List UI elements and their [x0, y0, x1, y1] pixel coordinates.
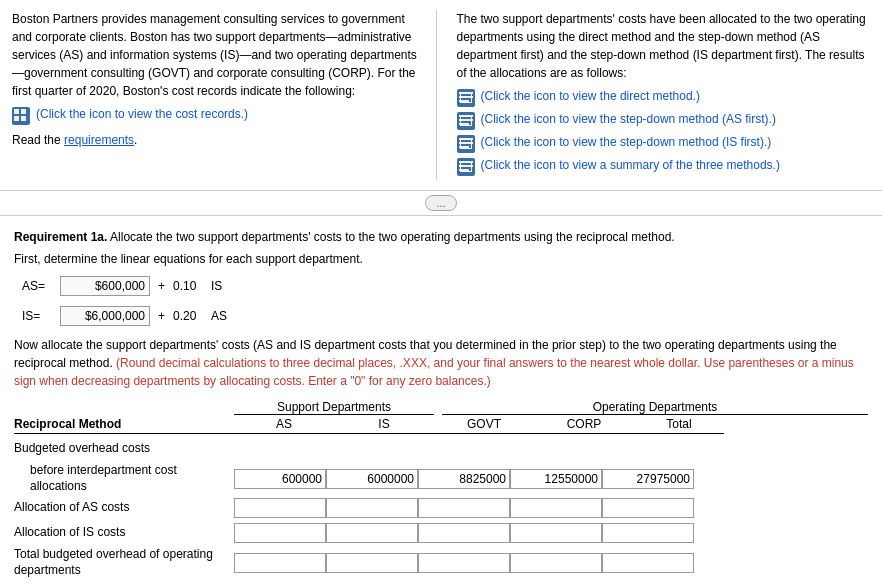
row-1-corp-input[interactable] — [510, 469, 602, 489]
svg-rect-13 — [459, 161, 473, 163]
direct-method-link[interactable]: (Click the icon to view the direct metho… — [457, 88, 871, 107]
step-down-is-icon — [457, 135, 475, 153]
is-equation-row: IS= + 0.20 AS — [22, 306, 868, 326]
svg-rect-14 — [459, 165, 473, 167]
svg-rect-2 — [14, 116, 19, 121]
svg-rect-0 — [14, 109, 19, 114]
svg-rect-7 — [459, 115, 473, 117]
cost-records-label: (Click the icon to view the cost records… — [36, 106, 248, 123]
direct-method-icon — [457, 89, 475, 107]
col-row-label: Reciprocal Method — [14, 417, 234, 434]
row-2-corp-input[interactable] — [510, 498, 602, 518]
row-0-label: Budgeted overhead costs — [14, 441, 234, 457]
row-3-is-input[interactable] — [326, 523, 418, 543]
is-coeff: 0.20 — [173, 309, 203, 323]
column-headers: Reciprocal Method AS IS GOVT CORP Total — [14, 417, 868, 434]
as-coeff: 0.10 — [173, 279, 203, 293]
requirements-link[interactable]: requirements — [64, 133, 134, 147]
row-4-govt-input[interactable] — [418, 553, 510, 573]
svg-rect-4 — [459, 92, 473, 94]
row-4-label: Total budgeted overhead of operating dep… — [14, 547, 234, 578]
svg-rect-15 — [459, 169, 469, 171]
main-content: Requirement 1a. Allocate the two support… — [0, 216, 882, 584]
row-3-as-input[interactable] — [234, 523, 326, 543]
svg-rect-5 — [459, 96, 473, 98]
row-3-corp-input[interactable] — [510, 523, 602, 543]
row-2-label: Allocation of AS costs — [14, 500, 234, 516]
table-wrapper: Support Departments Operating Department… — [14, 400, 868, 578]
table-row-1: before interdepartment cost allocations — [14, 463, 868, 494]
step-down-as-icon — [457, 112, 475, 130]
row-4-total-input[interactable] — [602, 553, 694, 573]
row-1-is-input[interactable] — [326, 469, 418, 489]
support-dept-header: Support Departments — [234, 400, 434, 415]
col-govt-header: GOVT — [434, 417, 534, 434]
table-row-2: Allocation of AS costs — [14, 497, 868, 519]
svg-rect-6 — [459, 100, 469, 102]
step-down-is-link[interactable]: (Click the icon to view the step-down me… — [457, 134, 871, 153]
top-right-panel: The two support departments' costs have … — [447, 10, 871, 180]
grid-icon — [12, 107, 30, 125]
row-2-govt-input[interactable] — [418, 498, 510, 518]
is-var: AS — [211, 309, 227, 323]
is-value-input[interactable] — [60, 306, 150, 326]
top-left-panel: Boston Partners provides management cons… — [12, 10, 437, 180]
row-2-is-input[interactable] — [326, 498, 418, 518]
row-4-as-input[interactable] — [234, 553, 326, 573]
as-label: AS= — [22, 279, 52, 293]
table-row-0: Budgeted overhead costs — [14, 438, 868, 460]
svg-rect-3 — [21, 116, 26, 121]
is-plus: + — [158, 309, 165, 323]
as-var: IS — [211, 279, 222, 293]
table-row-4: Total budgeted overhead of operating dep… — [14, 547, 868, 578]
step-down-is-label: (Click the icon to view the step-down me… — [481, 134, 772, 151]
as-plus: + — [158, 279, 165, 293]
table-row-3: Allocation of IS costs — [14, 522, 868, 544]
summary-icon — [457, 158, 475, 176]
row-1-label: before interdepartment cost allocations — [14, 463, 234, 494]
row-3-label: Allocation of IS costs — [14, 525, 234, 541]
as-value-input[interactable] — [60, 276, 150, 296]
ellipsis-button[interactable]: ... — [425, 195, 456, 211]
col-as-header: AS — [234, 417, 334, 434]
step-down-as-label: (Click the icon to view the step-down me… — [481, 111, 776, 128]
step-down-as-link[interactable]: (Click the icon to view the step-down me… — [457, 111, 871, 130]
col-corp-header: CORP — [534, 417, 634, 434]
summary-label: (Click the icon to view a summary of the… — [481, 157, 780, 174]
is-label: IS= — [22, 309, 52, 323]
col-total-header: Total — [634, 417, 724, 434]
cost-records-link[interactable]: (Click the icon to view the cost records… — [12, 106, 426, 125]
svg-rect-10 — [459, 138, 473, 140]
svg-rect-1 — [21, 109, 26, 114]
row-3-total-input[interactable] — [602, 523, 694, 543]
svg-rect-11 — [459, 142, 473, 144]
svg-rect-12 — [459, 146, 469, 148]
summary-link[interactable]: (Click the icon to view a summary of the… — [457, 157, 871, 176]
row-1-as-input[interactable] — [234, 469, 326, 489]
row-2-as-input[interactable] — [234, 498, 326, 518]
top-left-description: Boston Partners provides management cons… — [12, 10, 426, 100]
direct-method-label: (Click the icon to view the direct metho… — [481, 88, 700, 105]
sub-instruction: First, determine the linear equations fo… — [14, 252, 868, 266]
divider-row: ... — [0, 191, 882, 216]
row-2-total-input[interactable] — [602, 498, 694, 518]
svg-rect-9 — [459, 123, 469, 125]
col-is-header: IS — [334, 417, 434, 434]
row-1-govt-input[interactable] — [418, 469, 510, 489]
row-4-is-input[interactable] — [326, 553, 418, 573]
now-text: Now allocate the support departments' co… — [14, 336, 868, 390]
row-3-govt-input[interactable] — [418, 523, 510, 543]
operating-dept-header: Operating Departments — [442, 400, 868, 415]
read-requirements: Read the requirements. — [12, 133, 426, 147]
row-4-corp-input[interactable] — [510, 553, 602, 573]
as-equation-row: AS= + 0.10 IS — [22, 276, 868, 296]
row-1-total-input[interactable] — [602, 469, 694, 489]
dept-group-headers: Support Departments Operating Department… — [234, 400, 868, 415]
top-right-intro: The two support departments' costs have … — [457, 10, 871, 82]
svg-rect-8 — [459, 119, 473, 121]
requirement-title: Requirement 1a. Allocate the two support… — [14, 228, 868, 246]
